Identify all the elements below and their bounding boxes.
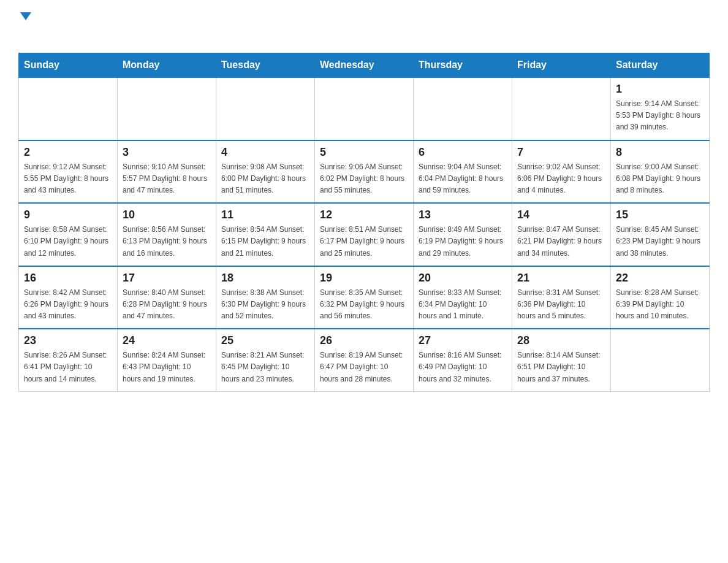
day-number: 27: [419, 334, 507, 347]
calendar-day-cell: 2Sunrise: 9:12 AM Sunset: 5:55 PM Daylig…: [19, 140, 118, 204]
calendar-day-cell: [512, 77, 611, 140]
day-of-week-header: Thursday: [414, 53, 512, 78]
day-info: Sunrise: 8:54 AM Sunset: 6:15 PM Dayligh…: [221, 224, 309, 259]
calendar-day-cell: 25Sunrise: 8:21 AM Sunset: 6:45 PM Dayli…: [216, 329, 315, 391]
day-number: 14: [517, 209, 605, 221]
day-info: Sunrise: 8:35 AM Sunset: 6:32 PM Dayligh…: [320, 287, 408, 323]
day-number: 24: [123, 334, 211, 347]
day-number: 17: [123, 272, 211, 285]
calendar-day-cell: 11Sunrise: 8:54 AM Sunset: 6:15 PM Dayli…: [216, 203, 315, 266]
calendar-day-cell: 18Sunrise: 8:38 AM Sunset: 6:30 PM Dayli…: [216, 266, 315, 329]
day-info: Sunrise: 8:21 AM Sunset: 6:45 PM Dayligh…: [221, 350, 309, 385]
day-number: 25: [221, 334, 309, 347]
day-of-week-header: Saturday: [611, 53, 710, 78]
day-of-week-header: Friday: [512, 53, 611, 78]
day-number: 21: [517, 272, 605, 285]
calendar-day-cell: 3Sunrise: 9:10 AM Sunset: 5:57 PM Daylig…: [118, 140, 216, 204]
day-info: Sunrise: 8:24 AM Sunset: 6:43 PM Dayligh…: [123, 350, 211, 385]
day-info: Sunrise: 8:56 AM Sunset: 6:13 PM Dayligh…: [123, 224, 211, 259]
page-header: [18, 12, 710, 40]
calendar-day-cell: 1Sunrise: 9:14 AM Sunset: 5:53 PM Daylig…: [611, 77, 710, 140]
day-number: 12: [320, 209, 408, 221]
calendar-day-cell: 7Sunrise: 9:02 AM Sunset: 6:06 PM Daylig…: [512, 140, 611, 204]
calendar-week-row: 9Sunrise: 8:58 AM Sunset: 6:10 PM Daylig…: [19, 203, 710, 266]
day-number: 15: [616, 209, 704, 221]
day-info: Sunrise: 8:51 AM Sunset: 6:17 PM Dayligh…: [320, 224, 408, 259]
calendar-day-cell: 14Sunrise: 8:47 AM Sunset: 6:21 PM Dayli…: [512, 203, 611, 266]
day-number: 13: [419, 209, 507, 221]
day-info: Sunrise: 8:58 AM Sunset: 6:10 PM Dayligh…: [24, 224, 112, 259]
day-info: Sunrise: 9:14 AM Sunset: 5:53 PM Dayligh…: [616, 98, 704, 134]
calendar-day-cell: 13Sunrise: 8:49 AM Sunset: 6:19 PM Dayli…: [414, 203, 512, 266]
calendar-day-cell: [216, 77, 315, 140]
day-number: 9: [24, 209, 112, 221]
calendar-day-cell: 5Sunrise: 9:06 AM Sunset: 6:02 PM Daylig…: [315, 140, 414, 204]
calendar-week-row: 2Sunrise: 9:12 AM Sunset: 5:55 PM Daylig…: [19, 140, 710, 204]
calendar-day-cell: 26Sunrise: 8:19 AM Sunset: 6:47 PM Dayli…: [315, 329, 414, 391]
calendar-header: SundayMondayTuesdayWednesdayThursdayFrid…: [19, 53, 710, 78]
calendar-day-cell: 10Sunrise: 8:56 AM Sunset: 6:13 PM Dayli…: [118, 203, 216, 266]
day-info: Sunrise: 8:49 AM Sunset: 6:19 PM Dayligh…: [419, 224, 507, 259]
day-info: Sunrise: 8:26 AM Sunset: 6:41 PM Dayligh…: [24, 350, 112, 385]
day-of-week-header: Monday: [118, 53, 216, 78]
day-info: Sunrise: 8:16 AM Sunset: 6:49 PM Dayligh…: [419, 350, 507, 385]
calendar-day-cell: 24Sunrise: 8:24 AM Sunset: 6:43 PM Dayli…: [118, 329, 216, 391]
day-info: Sunrise: 8:40 AM Sunset: 6:28 PM Dayligh…: [123, 287, 211, 323]
calendar-day-cell: 8Sunrise: 9:00 AM Sunset: 6:08 PM Daylig…: [611, 140, 710, 204]
day-info: Sunrise: 9:04 AM Sunset: 6:04 PM Dayligh…: [419, 161, 507, 197]
day-number: 10: [123, 209, 211, 221]
day-number: 11: [221, 209, 309, 221]
calendar-week-row: 16Sunrise: 8:42 AM Sunset: 6:26 PM Dayli…: [19, 266, 710, 329]
day-number: 23: [24, 334, 112, 347]
calendar-day-cell: 9Sunrise: 8:58 AM Sunset: 6:10 PM Daylig…: [19, 203, 118, 266]
day-info: Sunrise: 8:45 AM Sunset: 6:23 PM Dayligh…: [616, 224, 704, 259]
day-info: Sunrise: 8:33 AM Sunset: 6:34 PM Dayligh…: [419, 287, 507, 323]
day-info: Sunrise: 9:08 AM Sunset: 6:00 PM Dayligh…: [221, 161, 309, 197]
calendar-table: SundayMondayTuesdayWednesdayThursdayFrid…: [18, 53, 710, 392]
days-of-week-row: SundayMondayTuesdayWednesdayThursdayFrid…: [19, 53, 710, 78]
day-number: 8: [616, 146, 704, 159]
calendar-day-cell: 16Sunrise: 8:42 AM Sunset: 6:26 PM Dayli…: [19, 266, 118, 329]
calendar-day-cell: [315, 77, 414, 140]
day-number: 22: [616, 272, 704, 285]
calendar-day-cell: [19, 77, 118, 140]
calendar-day-cell: 19Sunrise: 8:35 AM Sunset: 6:32 PM Dayli…: [315, 266, 414, 329]
day-info: Sunrise: 9:06 AM Sunset: 6:02 PM Dayligh…: [320, 161, 408, 197]
day-number: 4: [221, 146, 309, 159]
day-info: Sunrise: 8:47 AM Sunset: 6:21 PM Dayligh…: [517, 224, 605, 259]
day-number: 6: [419, 146, 507, 159]
calendar-day-cell: [611, 329, 710, 391]
day-info: Sunrise: 8:42 AM Sunset: 6:26 PM Dayligh…: [24, 287, 112, 323]
calendar-day-cell: 12Sunrise: 8:51 AM Sunset: 6:17 PM Dayli…: [315, 203, 414, 266]
day-number: 1: [616, 83, 704, 96]
day-number: 2: [24, 146, 112, 159]
day-number: 16: [24, 272, 112, 285]
day-number: 19: [320, 272, 408, 285]
calendar-day-cell: 17Sunrise: 8:40 AM Sunset: 6:28 PM Dayli…: [118, 266, 216, 329]
calendar-day-cell: 22Sunrise: 8:28 AM Sunset: 6:39 PM Dayli…: [611, 266, 710, 329]
day-info: Sunrise: 9:00 AM Sunset: 6:08 PM Dayligh…: [616, 161, 704, 197]
calendar-day-cell: [118, 77, 216, 140]
calendar-day-cell: 27Sunrise: 8:16 AM Sunset: 6:49 PM Dayli…: [414, 329, 512, 391]
day-of-week-header: Tuesday: [216, 53, 315, 78]
day-info: Sunrise: 8:28 AM Sunset: 6:39 PM Dayligh…: [616, 287, 704, 323]
calendar-day-cell: 4Sunrise: 9:08 AM Sunset: 6:00 PM Daylig…: [216, 140, 315, 204]
calendar-week-row: 23Sunrise: 8:26 AM Sunset: 6:41 PM Dayli…: [19, 329, 710, 391]
day-number: 7: [517, 146, 605, 159]
calendar-week-row: 1Sunrise: 9:14 AM Sunset: 5:53 PM Daylig…: [19, 77, 710, 140]
logo-triangle-icon: [20, 12, 31, 20]
calendar-day-cell: [414, 77, 512, 140]
calendar-body: 1Sunrise: 9:14 AM Sunset: 5:53 PM Daylig…: [19, 77, 710, 391]
calendar-day-cell: 20Sunrise: 8:33 AM Sunset: 6:34 PM Dayli…: [414, 266, 512, 329]
day-info: Sunrise: 8:38 AM Sunset: 6:30 PM Dayligh…: [221, 287, 309, 323]
day-of-week-header: Wednesday: [315, 53, 414, 78]
day-number: 18: [221, 272, 309, 285]
day-number: 3: [123, 146, 211, 159]
logo: [18, 12, 31, 40]
calendar-day-cell: 6Sunrise: 9:04 AM Sunset: 6:04 PM Daylig…: [414, 140, 512, 204]
calendar-day-cell: 23Sunrise: 8:26 AM Sunset: 6:41 PM Dayli…: [19, 329, 118, 391]
day-info: Sunrise: 9:10 AM Sunset: 5:57 PM Dayligh…: [123, 161, 211, 197]
day-info: Sunrise: 8:14 AM Sunset: 6:51 PM Dayligh…: [517, 350, 605, 385]
day-number: 26: [320, 334, 408, 347]
calendar-day-cell: 15Sunrise: 8:45 AM Sunset: 6:23 PM Dayli…: [611, 203, 710, 266]
